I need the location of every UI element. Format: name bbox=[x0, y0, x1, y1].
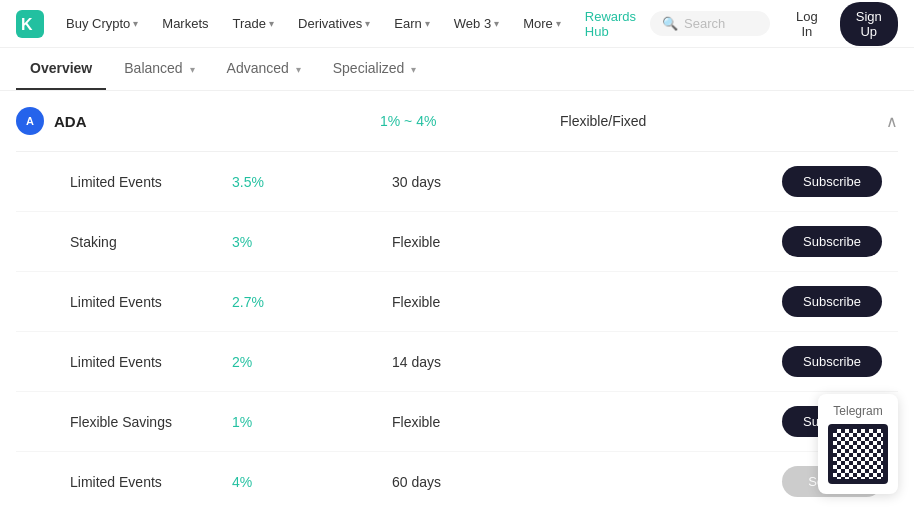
product-duration-label: Flexible bbox=[392, 414, 782, 430]
product-duration-label: Flexible bbox=[392, 294, 782, 310]
nav-web3[interactable]: Web 3 ▾ bbox=[444, 10, 509, 37]
product-duration-label: Flexible bbox=[392, 234, 782, 250]
nav-derivatives[interactable]: Derivatives ▾ bbox=[288, 10, 380, 37]
nav-earn[interactable]: Earn ▾ bbox=[384, 10, 439, 37]
telegram-qr-code bbox=[828, 424, 888, 484]
subscribe-button[interactable]: Subscribe bbox=[782, 286, 882, 317]
telegram-label: Telegram bbox=[833, 404, 882, 418]
more-chevron-icon: ▾ bbox=[556, 18, 561, 29]
subscribe-button[interactable]: Subscribe bbox=[782, 346, 882, 377]
logo[interactable]: K bbox=[16, 10, 44, 38]
nav-markets[interactable]: Markets bbox=[152, 10, 218, 37]
signup-button[interactable]: Sign Up bbox=[840, 2, 898, 46]
rewards-hub-link[interactable]: Rewards Hub bbox=[575, 3, 646, 45]
main-content: A ADA 1% ~ 4% Flexible/Fixed ∧ Limited E… bbox=[0, 91, 914, 510]
product-duration-label: 14 days bbox=[392, 354, 782, 370]
table-row: Limited Events 2.7% Flexible Subscribe bbox=[16, 272, 898, 332]
product-duration-label: 30 days bbox=[392, 174, 782, 190]
login-button[interactable]: Log In bbox=[782, 3, 832, 45]
product-type-label: Staking bbox=[32, 234, 232, 250]
trade-chevron-icon: ▾ bbox=[269, 18, 274, 29]
kucoin-logo-icon: K bbox=[16, 10, 44, 38]
product-rate-label: 4% bbox=[232, 474, 392, 490]
product-rate-label: 2% bbox=[232, 354, 392, 370]
table-row: Flexible Savings 1% Flexible Subscribe bbox=[16, 392, 898, 452]
product-type-label: Limited Events bbox=[32, 174, 232, 190]
telegram-widget[interactable]: Telegram bbox=[818, 394, 898, 494]
ada-type: Flexible/Fixed bbox=[560, 113, 886, 129]
nav-actions: Log In Sign Up ☰ bbox=[782, 2, 914, 46]
product-type-label: Limited Events bbox=[32, 354, 232, 370]
subscribe-button[interactable]: Subscribe bbox=[782, 166, 882, 197]
tab-advanced[interactable]: Advanced ▾ bbox=[213, 48, 315, 90]
product-rate-label: 3% bbox=[232, 234, 392, 250]
ada-coin-icon: A bbox=[16, 107, 44, 135]
ada-expand-icon[interactable]: ∧ bbox=[886, 112, 898, 131]
search-box[interactable]: 🔍 Search bbox=[650, 11, 770, 36]
ada-name: ADA bbox=[54, 113, 380, 130]
table-row: Limited Events 4% 60 days Sold out bbox=[16, 452, 898, 510]
subscribe-button[interactable]: Subscribe bbox=[782, 226, 882, 257]
balanced-chevron-icon: ▾ bbox=[190, 64, 195, 75]
nav-trade[interactable]: Trade ▾ bbox=[223, 10, 284, 37]
specialized-chevron-icon: ▾ bbox=[411, 64, 416, 75]
web3-chevron-icon: ▾ bbox=[494, 18, 499, 29]
product-rate-label: 1% bbox=[232, 414, 392, 430]
product-rate-label: 2.7% bbox=[232, 294, 392, 310]
tab-overview[interactable]: Overview bbox=[16, 48, 106, 90]
product-type-label: Limited Events bbox=[32, 294, 232, 310]
tab-balanced[interactable]: Balanced ▾ bbox=[110, 48, 208, 90]
product-type-label: Flexible Savings bbox=[32, 414, 232, 430]
table-row: Limited Events 2% 14 days Subscribe bbox=[16, 332, 898, 392]
advanced-chevron-icon: ▾ bbox=[296, 64, 301, 75]
search-placeholder-text: Search bbox=[684, 16, 725, 31]
buy-crypto-chevron-icon: ▾ bbox=[133, 18, 138, 29]
product-duration-label: 60 days bbox=[392, 474, 782, 490]
search-icon: 🔍 bbox=[662, 16, 678, 31]
product-type-label: Limited Events bbox=[32, 474, 232, 490]
derivatives-chevron-icon: ▾ bbox=[365, 18, 370, 29]
hamburger-menu-icon[interactable]: ☰ bbox=[906, 9, 914, 39]
navbar: K Buy Crypto ▾ Markets Trade ▾ Derivativ… bbox=[0, 0, 914, 48]
product-rate-label: 3.5% bbox=[232, 174, 392, 190]
svg-text:K: K bbox=[21, 16, 33, 33]
earn-chevron-icon: ▾ bbox=[425, 18, 430, 29]
tab-specialized[interactable]: Specialized ▾ bbox=[319, 48, 431, 90]
ada-rate: 1% ~ 4% bbox=[380, 113, 560, 129]
nav-buy-crypto[interactable]: Buy Crypto ▾ bbox=[56, 10, 148, 37]
product-table: Limited Events 3.5% 30 days Subscribe St… bbox=[16, 152, 898, 510]
table-row: Limited Events 3.5% 30 days Subscribe bbox=[16, 152, 898, 212]
table-row: Staking 3% Flexible Subscribe bbox=[16, 212, 898, 272]
ada-row[interactable]: A ADA 1% ~ 4% Flexible/Fixed ∧ bbox=[16, 91, 898, 152]
sub-nav: Overview Balanced ▾ Advanced ▾ Specializ… bbox=[0, 48, 914, 91]
nav-more[interactable]: More ▾ bbox=[513, 10, 571, 37]
